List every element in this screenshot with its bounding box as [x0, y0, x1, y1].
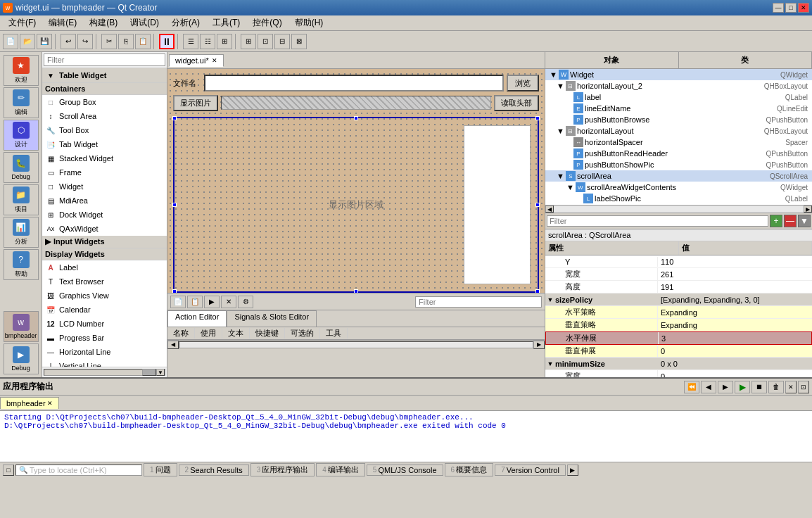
status-tab-compile[interactable]: 4 编译输出 — [316, 463, 365, 476]
tb-cut[interactable]: ✂ — [101, 34, 117, 49]
props-add-btn[interactable]: + — [770, 215, 782, 227]
status-search-placeholder[interactable]: Type to locate (Ctrl+K) — [30, 466, 107, 474]
status-tab-search[interactable]: 2 Search Results — [179, 465, 249, 476]
ao-detach-btn[interactable]: ⊡ — [798, 381, 809, 393]
prop-row-hstretch[interactable]: 水平伸展 3 — [545, 331, 812, 345]
menu-edit[interactable]: 编辑(E) — [43, 15, 82, 30]
ao-tb-clear[interactable]: 🗑 — [768, 381, 784, 393]
tree-item-scrollcontents[interactable]: ▼ W scrollAreaWidgetContents QWidget — [545, 182, 812, 193]
wp-item-scroll-area[interactable]: ↕ Scroll Area — [42, 109, 167, 123]
wp-item-frame[interactable]: ▭ Frame — [42, 165, 167, 179]
read-header-button[interactable]: 读取头部 — [494, 95, 539, 111]
wp-item-stacked-widget[interactable]: ▦ Stacked Widget — [42, 151, 167, 165]
menu-help[interactable]: 帮助(H) — [289, 15, 329, 30]
sidebar-debug[interactable]: 🐛 Debug — [4, 152, 39, 183]
sidebar-help[interactable]: ? 帮助 — [4, 249, 39, 280]
wp-item-text-browser[interactable]: T Text Browser — [42, 274, 167, 289]
prop-row-vstretch[interactable]: 垂直伸展 0 — [545, 345, 812, 358]
wp-item-tool-box[interactable]: 🔧 Tool Box — [42, 123, 167, 137]
wp-item-group-box[interactable]: □ Group Box — [42, 95, 167, 109]
action-tb-btn2[interactable]: 📋 — [187, 296, 203, 308]
props-remove-btn[interactable]: — — [784, 215, 797, 227]
menu-file[interactable]: 文件(F) — [3, 15, 42, 30]
wp-item-dock-widget[interactable]: ⊞ Dock Widget — [42, 208, 167, 222]
action-filter-input[interactable] — [415, 296, 542, 308]
wp-category-containers[interactable]: Containers — [42, 83, 167, 95]
tab-widget-ui[interactable]: widget.ui* ✕ — [169, 54, 224, 67]
file-name-input[interactable] — [204, 75, 504, 91]
tb-copy[interactable]: ⎘ — [118, 34, 134, 49]
ao-tb-btn2[interactable]: ◀ — [701, 381, 716, 393]
sidebar-bmpheader[interactable]: w bmpheader — [4, 311, 39, 342]
wp-category-display[interactable]: Display Widgets — [42, 248, 167, 260]
tb-new[interactable]: 📄 — [3, 34, 18, 49]
tb-pause[interactable]: ⏸ — [159, 34, 175, 49]
status-tab-appoutput[interactable]: 3 应用程序输出 — [250, 463, 315, 476]
status-tab-vcs[interactable]: 7 Version Control — [495, 465, 566, 476]
wp-item-qax-widget[interactable]: Ax QAxWidget — [42, 222, 167, 236]
tree-item-spacer[interactable]: ▶ ↔ horizontalSpacer Spacer — [545, 137, 812, 148]
wp-item-mdi-area[interactable]: ▤ MdiArea — [42, 194, 167, 208]
ao-tab-close-icon[interactable]: ✕ — [47, 400, 53, 407]
tb-grid3[interactable]: ⊟ — [274, 34, 290, 49]
tb-open[interactable]: 📂 — [20, 34, 35, 49]
ao-tb-btn3[interactable]: ▶ — [718, 381, 733, 393]
status-tab-problems[interactable]: 1 问题 — [144, 463, 177, 476]
props-filter-input[interactable] — [547, 215, 768, 227]
menu-tools[interactable]: 工具(T) — [207, 15, 246, 30]
prop-row-hpolicy[interactable]: 水平策略 Expanding — [545, 306, 812, 319]
tb-layout-h[interactable]: ☰ — [183, 34, 198, 49]
maximize-button[interactable]: □ — [785, 3, 797, 13]
ao-close-btn[interactable]: ✕ — [785, 381, 797, 393]
tree-item-labelshowpic[interactable]: ▶ L labelShowPic QLabel — [545, 193, 812, 204]
wp-category-input[interactable]: ▶Input Widgets — [42, 236, 167, 248]
tb-save[interactable]: 💾 — [37, 34, 52, 49]
wp-item-lcd-number[interactable]: 12 LCD Number — [42, 317, 167, 331]
wp-scroll-down[interactable]: ▼ — [156, 369, 165, 376]
rp-tree-hscroll[interactable]: ◀ ▶ — [545, 205, 812, 213]
ao-tb-btn1[interactable]: ⏪ — [684, 381, 699, 393]
sizepolicy-expand-icon[interactable]: ▼ — [545, 296, 555, 303]
tb-snap[interactable]: ⊠ — [291, 34, 307, 49]
tree-item-pushbrowse[interactable]: ▶ P pushButtonBrowse QPushButton — [545, 114, 812, 125]
status-tab-summary[interactable]: 6 概要信息 — [445, 463, 494, 476]
minsize-expand-icon[interactable]: ▼ — [545, 360, 555, 367]
action-scrollbar[interactable]: ◀ ▶ — [167, 340, 545, 348]
menu-analyze[interactable]: 分析(A) — [166, 15, 205, 30]
status-more-btn[interactable]: ▶ — [567, 465, 578, 476]
tree-item-label[interactable]: ▶ L label QLabel — [545, 91, 812, 103]
widget-panel-scrollbar[interactable]: ▼ — [42, 367, 167, 377]
ao-tb-stop[interactable]: ⏹ — [751, 381, 767, 393]
tab-signals-slots[interactable]: Signals & Slots Editor — [227, 310, 317, 327]
scroll-right-btn[interactable]: ▶ — [533, 341, 545, 349]
ao-tb-play[interactable]: ▶ — [735, 381, 750, 393]
status-tab-qml[interactable]: 5 QML/JS Console — [367, 465, 443, 476]
props-menu-btn[interactable]: ▼ — [798, 215, 811, 227]
widget-filter-input[interactable] — [44, 53, 165, 66]
ao-tab-bmpheader[interactable]: bmpheader ✕ — [0, 397, 59, 409]
tb-redo[interactable]: ↪ — [77, 34, 93, 49]
minimize-button[interactable]: — — [773, 3, 784, 13]
wp-item-widget[interactable]: □ Widget — [42, 179, 167, 194]
tb-layout-v[interactable]: ☷ — [200, 34, 215, 49]
menu-build[interactable]: 构建(B) — [84, 15, 123, 30]
tree-item-pushread[interactable]: ▶ P pushButtonReadHeader QPushButton — [545, 148, 812, 159]
tab-action-editor[interactable]: Action Editor — [167, 310, 227, 327]
tb-grid1[interactable]: ⊞ — [241, 34, 256, 49]
tree-item-pushshow[interactable]: ▶ P pushButtonShowPic QPushButton — [545, 159, 812, 170]
wp-item-v-line[interactable]: | Vertical Line — [42, 359, 167, 367]
tb-grid2[interactable]: ⊡ — [258, 34, 273, 49]
prop-row-height[interactable]: 高度 191 — [545, 281, 812, 293]
action-tb-btn1[interactable]: 📄 — [170, 296, 186, 308]
sidebar-edit[interactable]: ✏ 编辑 — [4, 87, 39, 118]
menu-controls[interactable]: 控件(Q) — [247, 15, 287, 30]
prop-row-minwidth[interactable]: 宽度 0 — [545, 370, 812, 377]
show-pic-button[interactable]: 显示图片 — [173, 95, 218, 111]
wp-item-progress-bar[interactable]: ▬ Progress Bar — [42, 331, 167, 345]
tb-paste[interactable]: 📋 — [135, 34, 151, 49]
tab-close-icon[interactable]: ✕ — [212, 57, 217, 64]
scroll-left-btn[interactable]: ◀ — [167, 341, 179, 349]
tree-item-hlayout2[interactable]: ▼ ⊟ horizontalLayout_2 QHBoxLayout — [545, 80, 812, 91]
sidebar-design[interactable]: ⬡ 设计 — [4, 120, 39, 151]
wp-item-table-widget[interactable]: ▼ Table Widget — [42, 68, 167, 83]
